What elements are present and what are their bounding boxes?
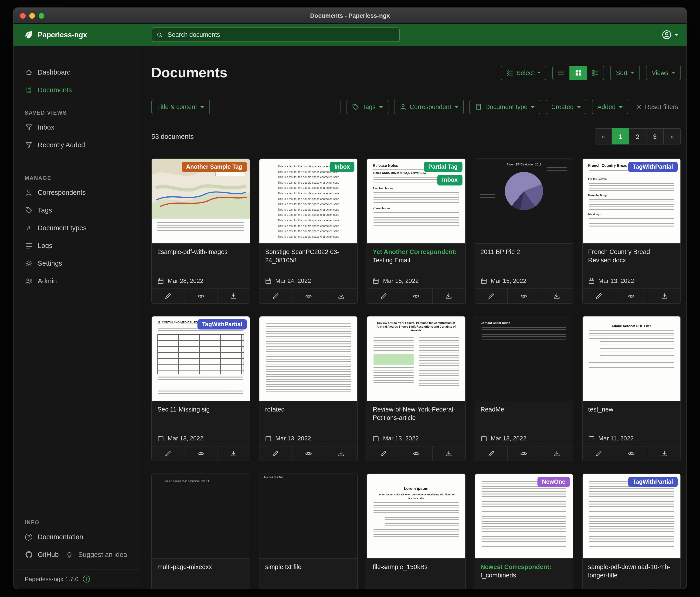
document-card[interactable]: TagWithPartial 11. CONTINUING MEDICAL ED… — [151, 316, 250, 461]
sidebar-item-documentation[interactable]: ? Documentation — [14, 528, 140, 546]
edit-document-button[interactable] — [259, 289, 292, 303]
sidebar-item-document-types[interactable]: # Document types — [14, 219, 140, 237]
app-brand[interactable]: Paperless-ngx — [24, 30, 87, 40]
document-card[interactable]: Review of New York Federal Petitions for… — [367, 316, 466, 461]
view-document-button[interactable] — [184, 447, 217, 461]
download-document-button[interactable] — [325, 447, 357, 461]
tag-badge[interactable]: TagWithPartial — [628, 477, 678, 487]
window-close-button[interactable] — [20, 13, 26, 18]
document-thumbnail[interactable]: Lorem ipsumLorem ipsum dolor sit amet, c… — [367, 474, 465, 559]
download-document-button[interactable] — [432, 447, 465, 461]
document-title[interactable]: sample-pdf-download-10-mb-longer-title — [588, 563, 675, 580]
user-menu[interactable] — [662, 24, 678, 46]
document-title[interactable]: multi-page-mixedxx — [157, 563, 244, 571]
sidebar-item-tags[interactable]: Tags — [14, 201, 140, 219]
document-card[interactable]: Contact Sheet Demo ReadMe Mar 13, 2022 — [474, 316, 573, 461]
document-card[interactable]: NewOne Newest Correspondent: f_combineds — [474, 474, 573, 589]
view-document-button[interactable] — [292, 447, 325, 461]
document-card[interactable]: This is a multi page document. Page 1. m… — [151, 474, 250, 589]
sidebar-item-correspondents[interactable]: Correspondents — [14, 184, 140, 201]
views-button[interactable]: Views — [646, 66, 681, 80]
document-thumbnail[interactable]: Review of New York Federal Petitions for… — [367, 316, 465, 401]
tag-badge[interactable]: Another Sample Tag — [181, 162, 247, 172]
download-document-button[interactable] — [217, 289, 250, 303]
download-document-button[interactable] — [648, 289, 680, 303]
document-title[interactable]: Newest Correspondent: f_combineds — [480, 563, 567, 580]
edit-document-button[interactable] — [475, 447, 507, 461]
document-card[interactable]: TagWithPartial French Country BreadFor t… — [582, 159, 681, 304]
document-title[interactable]: Review-of-New-York-Federal-Petitions-art… — [373, 405, 459, 423]
view-document-button[interactable] — [184, 289, 217, 303]
edit-document-button[interactable] — [475, 289, 507, 303]
view-document-button[interactable] — [507, 447, 540, 461]
document-card[interactable]: TagWithPartial sample-pdf-download-10-mb… — [582, 474, 681, 589]
grid-view-button[interactable] — [570, 66, 587, 80]
download-document-button[interactable] — [540, 289, 573, 303]
edit-document-button[interactable] — [583, 447, 615, 461]
tag-badge[interactable]: TagWithPartial — [197, 319, 247, 330]
document-title[interactable]: 2011 BP Pie 2 — [480, 248, 567, 256]
window-zoom-button[interactable] — [39, 13, 44, 18]
sort-button[interactable]: Sort — [610, 66, 640, 80]
pagination-page-1[interactable]: 1 — [612, 128, 629, 144]
correspondent-filter-button[interactable]: Correspondent — [394, 100, 464, 114]
edit-document-button[interactable] — [152, 289, 184, 303]
document-title[interactable]: file-sample_150kBs — [373, 563, 459, 571]
download-document-button[interactable] — [648, 447, 680, 461]
document-card[interactable]: Another Sample Tag 2sample-pdf-with-imag… — [151, 159, 250, 304]
sidebar-item-recently-added[interactable]: Recently Added — [14, 136, 140, 154]
document-thumbnail[interactable] — [259, 316, 357, 401]
document-title[interactable]: test_new — [588, 405, 675, 414]
edit-document-button[interactable] — [367, 447, 400, 461]
search-input[interactable] — [167, 31, 395, 39]
document-thumbnail[interactable]: Partial TagInbox Release NotesSimba ODBC… — [367, 159, 465, 244]
edit-document-button[interactable] — [152, 447, 184, 461]
document-thumbnail[interactable]: TagWithPartial — [583, 474, 680, 559]
title-content-filter-button[interactable]: Title & content — [151, 100, 209, 114]
tag-badge[interactable]: Inbox — [438, 175, 462, 186]
document-thumbnail[interactable]: NewOne — [475, 474, 573, 559]
pagination-page-2[interactable]: 2 — [629, 128, 646, 144]
document-card[interactable]: Lorem ipsumLorem ipsum dolor sit amet, c… — [367, 474, 466, 589]
document-title[interactable]: French Country Bread Revised.docx — [588, 248, 675, 265]
select-button[interactable]: Select — [501, 66, 547, 80]
document-card[interactable]: Partial TagInbox Release NotesSimba ODBC… — [367, 159, 466, 304]
tag-badge[interactable]: NewOne — [538, 477, 570, 487]
detail-view-button[interactable] — [587, 66, 604, 80]
window-minimize-button[interactable] — [29, 13, 35, 18]
download-document-button[interactable] — [217, 447, 250, 461]
info-circle-icon[interactable]: i — [83, 576, 90, 582]
view-document-button[interactable] — [292, 289, 325, 303]
document-thumbnail[interactable]: TagWithPartial 11. CONTINUING MEDICAL ED… — [152, 316, 250, 401]
pagination-next-button[interactable]: » — [664, 128, 681, 144]
global-search[interactable] — [152, 27, 400, 42]
document-correspondent[interactable]: Newest Correspondent: — [480, 564, 551, 570]
view-document-button[interactable] — [400, 289, 432, 303]
tags-filter-button[interactable]: Tags — [347, 100, 388, 114]
download-document-button[interactable] — [325, 289, 357, 303]
view-document-button[interactable] — [400, 447, 432, 461]
list-view-button[interactable] — [553, 66, 570, 80]
sidebar-item-suggest-idea[interactable]: Suggest an idea — [59, 546, 134, 564]
view-document-button[interactable] — [507, 289, 540, 303]
document-title[interactable]: ReadMe — [480, 405, 567, 414]
sidebar-item-dashboard[interactable]: Dashboard — [14, 63, 140, 81]
tag-badge[interactable]: TagWithPartial — [628, 162, 678, 172]
sidebar-item-settings[interactable]: Settings — [14, 255, 140, 272]
document-card[interactable]: rotated Mar 13, 2022 — [259, 316, 358, 461]
document-title[interactable]: 2sample-pdf-with-images — [157, 248, 244, 256]
document-thumbnail[interactable]: This is a multi page document. Page 1. — [152, 474, 250, 559]
document-type-filter-button[interactable]: Document type — [470, 100, 540, 114]
document-thumbnail[interactable]: Inbox This is a test for the double spac… — [259, 159, 357, 244]
sidebar-item-logs[interactable]: Logs — [14, 237, 140, 255]
filter-text-input[interactable] — [209, 100, 341, 114]
download-document-button[interactable] — [432, 289, 465, 303]
document-card[interactable]: Adobe Acrobat PDF Files test_new Mar 11,… — [582, 316, 681, 461]
document-correspondent[interactable]: Yet Another Correspondent: — [373, 248, 457, 255]
document-title[interactable]: Sonstige ScanPC2022 03-24_081058 — [265, 248, 352, 265]
document-card[interactable]: Inbox This is a test for the double spac… — [259, 159, 358, 304]
document-thumbnail[interactable]: TagWithPartial French Country BreadFor t… — [583, 159, 680, 244]
document-card[interactable]: This is a test file. simple txt file — [259, 474, 358, 589]
added-filter-button[interactable]: Added — [592, 100, 628, 114]
created-filter-button[interactable]: Created — [546, 100, 586, 114]
